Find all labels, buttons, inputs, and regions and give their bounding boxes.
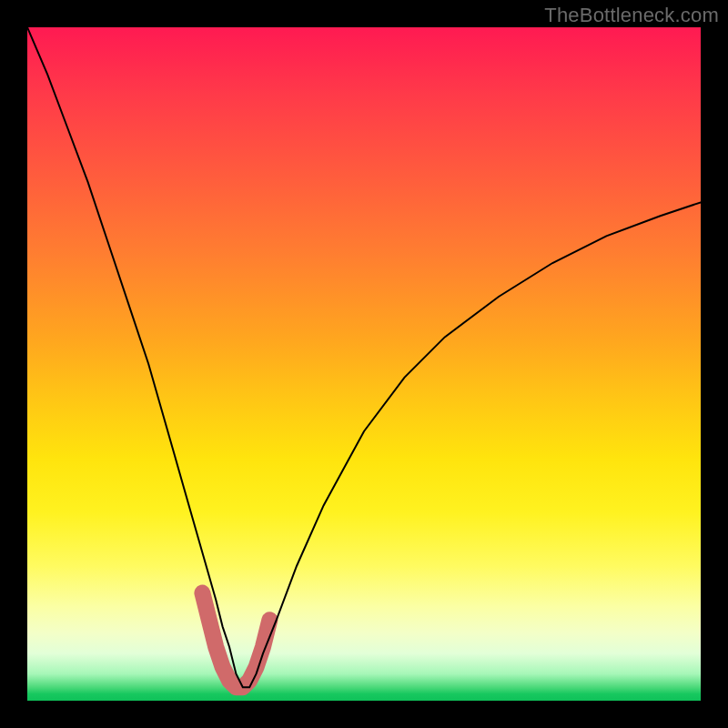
curve-svg xyxy=(27,27,701,701)
bottleneck-curve xyxy=(27,27,701,687)
watermark-text: TheBottleneck.com xyxy=(544,4,719,27)
plot-area xyxy=(27,27,701,701)
chart-frame: TheBottleneck.com xyxy=(0,0,728,728)
